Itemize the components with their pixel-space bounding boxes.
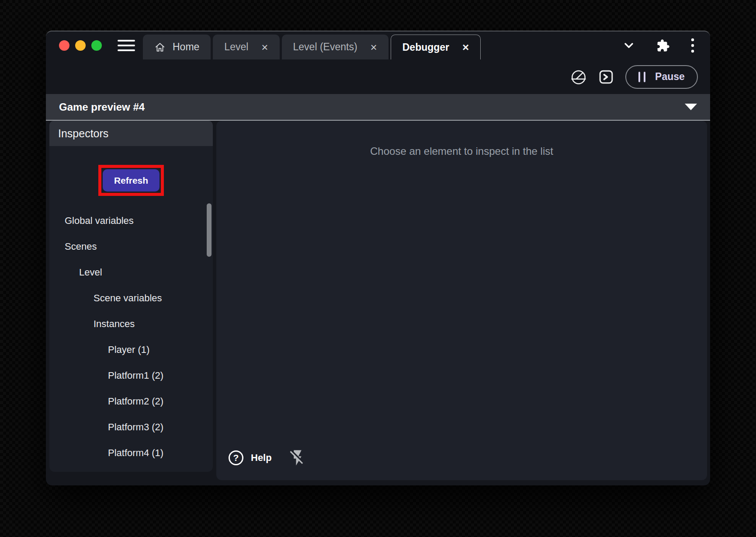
tab-bar: Home Level × Level (Events) × Debugger × <box>46 31 710 59</box>
sidebar-item-label: Platform4 (1) <box>108 447 163 459</box>
zoom-window-button[interactable] <box>91 40 102 51</box>
sidebar-item-label: Scene variables <box>94 293 162 304</box>
bottom-actions: ? Help <box>229 449 307 467</box>
tab-label: Level (Events) <box>293 41 357 53</box>
inspector-detail-panel: Choose an element to inspect in the list… <box>216 121 707 480</box>
sidebar-body: Refresh Global variables Scenes Level Sc… <box>49 146 213 472</box>
debugger-content: Inspectors Refresh Global variables Scen… <box>46 121 710 485</box>
sidebar-item-label: Player (1) <box>108 344 149 356</box>
pause-label: Pause <box>655 71 685 83</box>
sidebar-item[interactable]: Scenes <box>49 234 213 259</box>
sidebar-header: Inspectors <box>49 121 213 146</box>
tab-label: Level <box>224 41 248 53</box>
pause-button[interactable]: Pause <box>625 65 698 89</box>
chevron-down-icon[interactable] <box>622 39 635 52</box>
preview-title: Game preview #4 <box>59 101 145 113</box>
pause-icon <box>638 72 645 82</box>
close-window-button[interactable] <box>59 40 69 51</box>
sidebar-item[interactable]: Level <box>49 259 213 285</box>
sidebar-item[interactable]: Global variables <box>49 208 213 234</box>
tab-level[interactable]: Level × <box>213 35 279 59</box>
dropdown-caret-icon[interactable] <box>685 104 697 110</box>
sidebar-item[interactable]: Platform4 (1) <box>49 440 213 466</box>
tab-level-events[interactable]: Level (Events) × <box>282 35 388 59</box>
sidebar-item[interactable]: Scene variables <box>49 285 213 311</box>
sidebar-item-label: Level <box>79 267 102 278</box>
tab-bar-actions <box>622 38 710 53</box>
tab-label: Debugger <box>402 42 449 53</box>
debugger-toolbar: Pause <box>46 59 710 94</box>
help-label: Help <box>251 452 272 464</box>
console-icon[interactable] <box>598 69 614 85</box>
tab-label: Home <box>173 41 199 53</box>
sidebar-item[interactable]: Platform3 (2) <box>49 414 213 440</box>
sidebar-item[interactable]: Instances <box>49 311 213 337</box>
refresh-button[interactable]: Refresh <box>103 169 160 192</box>
sidebar-item-label: Platform2 (2) <box>108 396 163 407</box>
game-preview-selector[interactable]: Game preview #4 <box>46 94 710 120</box>
inspector-list: Global variables Scenes Level Scene vari… <box>49 208 213 466</box>
kebab-menu-icon[interactable] <box>691 38 694 53</box>
sidebar-item[interactable]: Platform1 (2) <box>49 363 213 388</box>
main-menu-icon[interactable] <box>118 40 135 51</box>
tab-debugger[interactable]: Debugger × <box>391 35 481 59</box>
help-button[interactable]: ? Help <box>229 450 272 465</box>
empty-state-message: Choose an element to inspect in the list <box>216 145 707 157</box>
tab-home[interactable]: Home <box>143 35 211 59</box>
tab-strip: Home Level × Level (Events) × Debugger × <box>143 31 481 59</box>
flash-off-icon[interactable] <box>288 449 307 467</box>
sidebar-item-label: Platform3 (2) <box>108 422 163 433</box>
sidebar-scrollbar[interactable] <box>207 203 212 257</box>
sidebar-item-label: Instances <box>94 318 135 330</box>
minimize-window-button[interactable] <box>75 40 86 51</box>
app-window: Home Level × Level (Events) × Debugger × <box>46 31 710 485</box>
sidebar-item-label: Scenes <box>65 241 97 252</box>
tab-close-icon[interactable]: × <box>371 42 377 53</box>
help-icon: ? <box>229 450 243 465</box>
sidebar-item[interactable]: Platform2 (2) <box>49 388 213 414</box>
inspectors-sidebar: Inspectors Refresh Global variables Scen… <box>49 121 213 472</box>
tab-close-icon[interactable]: × <box>462 42 469 53</box>
window-controls <box>59 40 102 51</box>
profiler-gauge-icon[interactable] <box>570 69 587 85</box>
sidebar-item-label: Platform1 (2) <box>108 370 163 381</box>
extensions-puzzle-icon[interactable] <box>656 39 670 52</box>
sidebar-item[interactable]: Player (1) <box>49 337 213 363</box>
home-icon <box>154 42 166 53</box>
annotation-highlight: Refresh <box>98 165 164 196</box>
tab-close-icon[interactable]: × <box>261 42 268 53</box>
sidebar-item-label: Global variables <box>65 215 134 227</box>
